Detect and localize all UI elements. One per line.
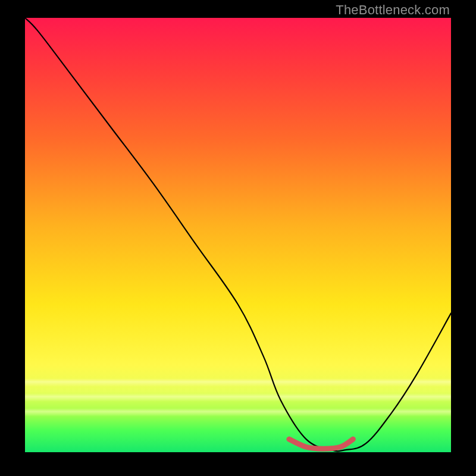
chart-frame: TheBottleneck.com [0, 0, 476, 476]
series-bottleneck-curve [25, 18, 451, 451]
chart-svg [25, 18, 451, 452]
chart-plot-area [25, 18, 451, 452]
watermark-text: TheBottleneck.com [336, 2, 450, 18]
series-layer [25, 18, 451, 451]
series-optimal-segment [289, 439, 353, 449]
